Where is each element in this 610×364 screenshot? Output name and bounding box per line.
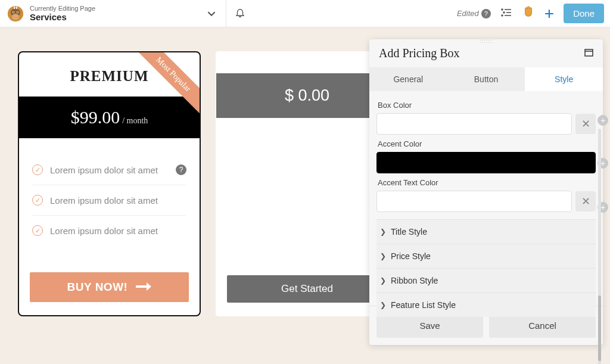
price-period: / month bbox=[122, 116, 148, 125]
svg-point-2 bbox=[12, 14, 19, 20]
buy-now-button[interactable]: BUY NOW! bbox=[30, 272, 189, 302]
check-icon: ✓ bbox=[32, 195, 43, 206]
page-subtitle: Currently Editing Page bbox=[30, 5, 204, 12]
accent-text-color-swatch[interactable] bbox=[376, 191, 572, 212]
pricing-card-premium[interactable]: Most Popular PREMIUM $99.00/ month ✓ Lor… bbox=[18, 51, 201, 316]
feature-item: ✓ Lorem ipsum dolor sit amet bbox=[32, 185, 186, 216]
cancel-button[interactable]: Cancel bbox=[489, 313, 596, 338]
accordion-title-style[interactable]: ❯ Title Style bbox=[376, 219, 596, 244]
panel-title: Add Pricing Box bbox=[379, 46, 460, 60]
svg-point-5 bbox=[13, 11, 14, 13]
top-bar: Currently Editing Page Services Edited ?… bbox=[0, 0, 610, 27]
accordion-label: Feature List Style bbox=[391, 300, 456, 310]
label-accent-text-color: Accent Text Color bbox=[378, 178, 596, 187]
add-button[interactable]: + bbox=[544, 4, 554, 23]
accordion-price-style[interactable]: ❯ Price Style bbox=[376, 244, 596, 268]
edited-label: Edited bbox=[457, 9, 479, 18]
svg-rect-15 bbox=[136, 285, 148, 288]
feature-text: Lorem ipsum dolor sit amet bbox=[50, 165, 158, 175]
tab-style[interactable]: Style bbox=[525, 67, 603, 91]
feature-text: Lorem ipsum dolor sit amet bbox=[50, 226, 158, 236]
chevron-right-icon: ❯ bbox=[380, 276, 386, 285]
edited-status[interactable]: Edited ? bbox=[457, 9, 491, 18]
arrow-right-icon bbox=[136, 281, 151, 294]
settings-panel: :::::: Add Pricing Box General Button St… bbox=[369, 39, 603, 345]
accordion-label: Price Style bbox=[391, 251, 431, 261]
cta-label: BUY NOW! bbox=[67, 281, 128, 294]
feature-item: ✓ Lorem ipsum dolor sit amet ? bbox=[32, 155, 186, 185]
expand-icon[interactable] bbox=[584, 48, 593, 58]
panel-tabs: General Button Style bbox=[369, 67, 603, 91]
app-logo-icon bbox=[7, 5, 24, 22]
glove-icon[interactable] bbox=[522, 5, 535, 21]
chevron-right-icon: ❯ bbox=[380, 228, 386, 236]
clear-color-button[interactable]: ✕ bbox=[575, 191, 596, 211]
price-amount: $99.00 bbox=[71, 107, 120, 127]
label-box-color: Box Color bbox=[378, 101, 596, 110]
feature-item: ✓ Lorem ipsum dolor sit amet bbox=[32, 216, 186, 245]
feature-list: ✓ Lorem ipsum dolor sit amet ? ✓ Lorem i… bbox=[19, 138, 200, 272]
card-price-bar: $99.00/ month bbox=[19, 97, 200, 138]
svg-rect-7 bbox=[14, 6, 15, 8]
label-accent-color: Accent Color bbox=[378, 139, 596, 148]
svg-rect-8 bbox=[16, 6, 17, 8]
feature-text: Lorem ipsum dolor sit amet bbox=[50, 195, 158, 206]
svg-point-9 bbox=[502, 9, 503, 10]
panel-body: Box Color ✕ + Accent Color + Accent Text… bbox=[369, 91, 603, 306]
tab-general[interactable]: General bbox=[369, 67, 447, 91]
get-started-button[interactable]: Get Started bbox=[227, 275, 387, 303]
svg-point-6 bbox=[17, 11, 18, 13]
box-color-swatch[interactable] bbox=[376, 113, 572, 135]
chevron-down-icon[interactable] bbox=[204, 10, 219, 18]
help-icon[interactable]: ? bbox=[176, 164, 186, 175]
accent-color-swatch[interactable] bbox=[376, 152, 596, 173]
accordion-feature-list-style[interactable]: ❯ Feature List Style bbox=[376, 293, 596, 317]
notification-bell-icon[interactable] bbox=[235, 7, 245, 20]
svg-rect-16 bbox=[585, 49, 593, 56]
chevron-right-icon: ❯ bbox=[380, 252, 386, 260]
svg-point-13 bbox=[502, 15, 503, 16]
tab-button[interactable]: Button bbox=[447, 67, 525, 91]
save-button[interactable]: Save bbox=[376, 313, 483, 338]
check-icon: ✓ bbox=[32, 164, 43, 175]
help-icon: ? bbox=[481, 9, 491, 18]
chevron-right-icon: ❯ bbox=[380, 301, 386, 309]
accordion-label: Title Style bbox=[391, 227, 427, 237]
svg-point-11 bbox=[503, 12, 505, 13]
accordion-label: Ribbon Style bbox=[391, 276, 438, 285]
scrollbar-thumb[interactable] bbox=[598, 295, 601, 361]
done-button[interactable]: Done bbox=[564, 4, 604, 23]
page-title: Services bbox=[30, 12, 204, 22]
outline-icon[interactable] bbox=[500, 7, 512, 20]
accordion-ribbon-style[interactable]: ❯ Ribbon Style bbox=[376, 268, 596, 293]
add-setting-icon[interactable]: + bbox=[597, 115, 608, 126]
check-icon: ✓ bbox=[32, 225, 43, 236]
page-title-section[interactable]: Currently Editing Page Services bbox=[0, 0, 226, 27]
clear-color-button[interactable]: ✕ bbox=[575, 114, 596, 134]
